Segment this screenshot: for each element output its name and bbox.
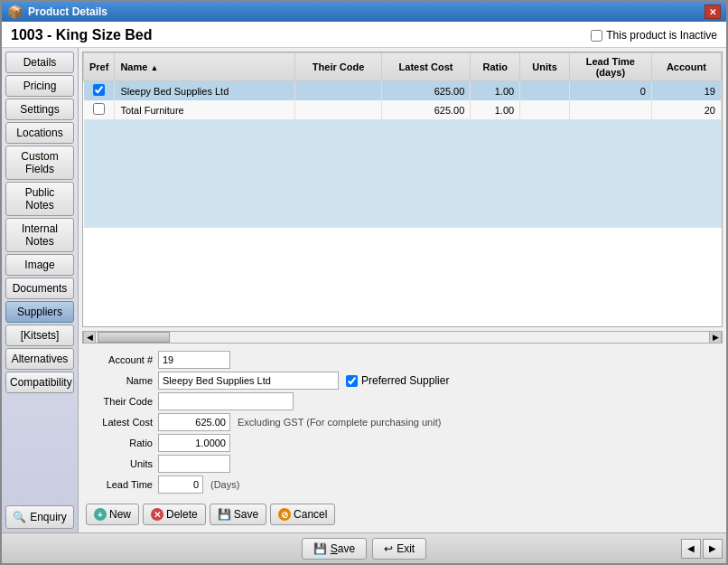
bottom-save-label: Save [331, 542, 355, 555]
lead-time-row: Lead Time (Days) [82, 476, 723, 494]
units-cell [520, 81, 570, 101]
pref-checkbox-1[interactable] [93, 84, 105, 96]
units-row: Units [82, 455, 723, 473]
main-area: Details Pricing Settings Locations Custo… [2, 48, 726, 532]
their-code-label: Their Code [86, 396, 158, 407]
bottom-bar: 💾 Save ↩ Exit ◀ ▶ [2, 532, 726, 563]
new-label: New [109, 508, 131, 521]
sidebar-item-custom-fields[interactable]: Custom Fields [5, 146, 74, 180]
their-code-cell [295, 100, 381, 119]
preferred-label: Preferred Supplier [361, 374, 449, 387]
latest-cost-cell: 625.00 [381, 100, 471, 119]
table-row-empty [84, 119, 722, 228]
scroll-left-arrow[interactable]: ◀ [83, 331, 96, 344]
sidebar: Details Pricing Settings Locations Custo… [2, 48, 79, 532]
pref-checkbox-2[interactable] [93, 103, 105, 115]
sort-icon: ▲ [150, 63, 158, 72]
account-input[interactable] [158, 351, 230, 369]
col-name[interactable]: Name ▲ [115, 53, 295, 81]
nav-right-arrow[interactable]: ▶ [703, 539, 723, 559]
account-cell: 19 [651, 81, 721, 101]
horizontal-scrollbar[interactable]: ◀ ▶ [82, 331, 723, 344]
enquiry-label: Enquiry [30, 511, 67, 523]
cancel-button[interactable]: ⊘ Cancel [270, 504, 335, 525]
sidebar-item-internal-notes[interactable]: Internal Notes [5, 218, 74, 252]
bottom-exit-button[interactable]: ↩ Exit [372, 538, 426, 560]
delete-label: Delete [166, 508, 198, 521]
scroll-right-arrow[interactable]: ▶ [709, 331, 722, 344]
inactive-checkbox-row: This product is Inactive [591, 29, 717, 42]
action-buttons-row: + New ✕ Delete 💾 Save ⊘ Cancel [82, 500, 723, 529]
title-bar: 📦 Product Details ✕ [2, 2, 726, 22]
delete-button[interactable]: ✕ Delete [143, 504, 206, 525]
cancel-icon: ⊘ [278, 508, 291, 521]
cancel-label: Cancel [294, 508, 327, 521]
their-code-input[interactable] [158, 392, 294, 410]
sidebar-item-image[interactable]: Image [5, 254, 74, 276]
inactive-checkbox[interactable] [591, 30, 602, 42]
latest-cost-label: Latest Cost [86, 417, 158, 428]
save-record-button[interactable]: 💾 Save [210, 504, 266, 525]
bottom-save-button[interactable]: 💾 Save [302, 538, 367, 560]
inactive-label: This product is Inactive [606, 29, 717, 42]
scroll-thumb[interactable] [98, 332, 170, 343]
units-label: Units [86, 458, 158, 469]
ratio-input[interactable] [158, 434, 230, 452]
lead-time-cell: 0 [569, 81, 651, 101]
preferred-checkbox-row: Preferred Supplier [346, 374, 449, 387]
units-input[interactable] [158, 455, 230, 473]
pref-checkbox-cell [84, 81, 115, 101]
sidebar-item-kitsets[interactable]: [Kitsets] [5, 325, 74, 346]
lead-time-cell [569, 100, 651, 119]
window-icon: 📦 [7, 5, 23, 19]
col-lead-time: Lead Time(days) [569, 53, 651, 81]
col-pref: Pref [84, 53, 115, 81]
window-title: Product Details [28, 5, 107, 18]
ratio-cell: 1.00 [471, 81, 520, 101]
sidebar-item-compatibility[interactable]: Compatibility [5, 372, 74, 393]
nav-left-arrow[interactable]: ◀ [681, 539, 701, 559]
account-label: Account # [86, 354, 158, 365]
their-code-row: Their Code [82, 392, 723, 410]
sidebar-item-alternatives[interactable]: Alternatives [5, 348, 74, 370]
col-ratio: Ratio [471, 53, 520, 81]
preferred-checkbox[interactable] [346, 375, 358, 387]
close-button[interactable]: ✕ [705, 5, 721, 19]
sidebar-item-pricing[interactable]: Pricing [5, 75, 74, 97]
sidebar-item-locations[interactable]: Locations [5, 122, 74, 144]
supplier-table-container: Pref Name ▲ Their Code Latest Cost Ratio… [82, 52, 723, 327]
supplier-name-cell: Total Furniture [115, 100, 295, 119]
name-input[interactable] [158, 372, 339, 390]
table-row[interactable]: Total Furniture 625.00 1.00 20 [84, 100, 722, 119]
save-label: Save [234, 508, 258, 521]
content-area: Pref Name ▲ Their Code Latest Cost Ratio… [79, 48, 726, 532]
nav-arrows: ◀ ▶ [681, 539, 723, 559]
latest-cost-input[interactable] [158, 413, 230, 431]
lead-time-input[interactable] [158, 476, 203, 494]
sidebar-item-documents[interactable]: Documents [5, 278, 74, 299]
scroll-track[interactable] [96, 332, 709, 343]
account-cell: 20 [651, 100, 721, 119]
enquiry-button[interactable]: 🔍 Enquiry [5, 505, 74, 529]
col-account: Account [651, 53, 721, 81]
sidebar-item-details[interactable]: Details [5, 52, 74, 73]
new-icon: + [94, 508, 107, 521]
ratio-label: Ratio [86, 438, 158, 448]
latest-cost-row: Latest Cost Excluding GST (For complete … [82, 413, 723, 431]
account-row: Account # [82, 351, 723, 369]
col-latest-cost: Latest Cost [381, 53, 471, 81]
bottom-exit-icon: ↩ [384, 542, 393, 555]
supplier-table: Pref Name ▲ Their Code Latest Cost Ratio… [83, 52, 722, 228]
name-label: Name [86, 375, 158, 386]
product-details-window: 📦 Product Details ✕ 1003 - King Size Bed… [0, 0, 728, 565]
sidebar-item-public-notes[interactable]: Public Notes [5, 182, 74, 216]
new-button[interactable]: + New [86, 504, 139, 525]
table-row[interactable]: Sleepy Bed Supplies Ltd 625.00 1.00 0 19 [84, 81, 722, 101]
latest-cost-note: Excluding GST (For complete purchasing u… [238, 417, 441, 428]
sidebar-item-settings[interactable]: Settings [5, 99, 74, 120]
lead-time-unit: (Days) [210, 479, 239, 490]
units-cell [520, 100, 570, 119]
sidebar-item-suppliers[interactable]: Suppliers [5, 301, 74, 323]
supplier-name-cell: Sleepy Bed Supplies Ltd [115, 81, 295, 101]
supplier-form: Account # Name Preferred Supplier Their … [82, 347, 723, 500]
